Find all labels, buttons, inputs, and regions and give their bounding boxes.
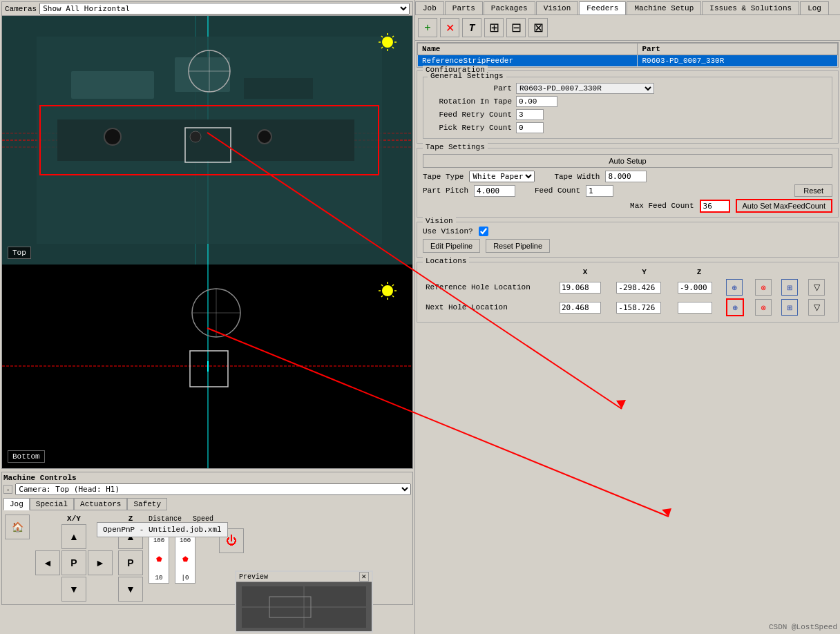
reset-pipeline-btn[interactable]: Reset Pipeline xyxy=(486,239,550,253)
locations-section: Locations X Y Z Reference Hole Location xyxy=(417,262,839,323)
loc-z-0 xyxy=(675,278,723,297)
jog-down-btn[interactable]: ▼ xyxy=(61,577,86,602)
tape-type-select[interactable]: White Paper xyxy=(469,171,535,182)
tab-jog[interactable]: Jog xyxy=(3,498,30,510)
feed-count-label: Feed Count xyxy=(535,186,580,195)
feed-retry-row: Feed Retry Count xyxy=(429,109,826,120)
loc-y-input-1[interactable] xyxy=(616,302,661,314)
loc-target-btn-0[interactable]: ⊕ xyxy=(726,279,743,296)
add-feeder-btn[interactable]: + xyxy=(418,18,437,37)
tab-feeders[interactable]: Feeders xyxy=(579,1,626,15)
tape-settings-section: Tape Settings Auto Setup Tape Type White… xyxy=(417,148,839,218)
camera-dropdown[interactable]: Show All Horizontal xyxy=(39,3,410,15)
pick-retry-input[interactable] xyxy=(516,122,544,133)
loc-target-btn-1[interactable]: ⊕ xyxy=(727,300,743,315)
feeder-part-0: R0603-PD_0007_330R xyxy=(638,55,838,67)
auto-setup-btn[interactable]: Auto Setup xyxy=(423,154,832,168)
auto-set-max-btn[interactable]: Auto Set MaxFeedCount xyxy=(737,200,831,211)
loc-col-z: Z xyxy=(675,267,723,278)
loc-red-btn-1[interactable]: ⊗ xyxy=(755,299,772,316)
loc-x-input-1[interactable] xyxy=(560,302,601,314)
part-row: Part R0603-PD_0007_330R xyxy=(429,83,826,94)
camera-top-label: Top xyxy=(8,247,31,259)
feeder-row-0[interactable]: ReferenceStripFeeder R0603-PD_0007_330R xyxy=(418,55,838,67)
loc-x-input-0[interactable] xyxy=(560,282,601,294)
svg-rect-9 xyxy=(71,71,154,99)
jog-right-btn[interactable]: ► xyxy=(88,550,113,575)
svg-rect-12 xyxy=(57,119,354,161)
remove-feeder-btn[interactable]: ✕ xyxy=(440,18,459,37)
camera-view-top: Top xyxy=(2,16,412,265)
loc-z-input-1[interactable] xyxy=(678,302,712,314)
loc-y-0 xyxy=(613,278,675,297)
max-feed-highlight xyxy=(700,200,730,213)
rotation-input[interactable] xyxy=(516,96,557,107)
tab-issues[interactable]: Issues & Solutions xyxy=(702,1,799,15)
tab-safety[interactable]: Safety xyxy=(127,498,167,510)
edit-feeder-btn[interactable]: T xyxy=(462,18,481,37)
icon1-btn[interactable]: ⊞ xyxy=(484,18,504,37)
xy-label: X/Y xyxy=(67,515,81,523)
loc-col-empty xyxy=(423,267,557,278)
z-position-btn[interactable]: P xyxy=(118,550,143,575)
svg-rect-11 xyxy=(244,78,313,99)
mini-preview-close[interactable]: ✕ xyxy=(359,572,369,582)
loc-btn-red-1: ⊗ xyxy=(752,297,779,318)
loc-filter-btn-0[interactable]: ▽ xyxy=(808,279,825,296)
tab-machine-setup[interactable]: Machine Setup xyxy=(627,1,701,15)
expand-button[interactable]: - xyxy=(3,485,12,494)
mini-preview-title: Preview xyxy=(239,573,268,581)
jog-up-btn[interactable]: ▲ xyxy=(61,524,86,549)
col-name-header: Name xyxy=(418,44,638,55)
loc-z-input-0[interactable] xyxy=(678,282,712,294)
loc-red-btn-0[interactable]: ⊗ xyxy=(755,279,772,296)
locations-table: X Y Z Reference Hole Location xyxy=(423,267,832,318)
tab-parts[interactable]: Parts xyxy=(445,1,483,15)
loc-capture-btn-1[interactable]: ⊞ xyxy=(781,299,798,316)
tab-vision[interactable]: Vision xyxy=(536,1,579,15)
position-center-btn[interactable]: P xyxy=(61,550,86,575)
reset-btn[interactable]: Reset xyxy=(794,184,832,197)
feed-count-input[interactable] xyxy=(586,185,613,197)
feeders-toolbar: + ✕ T ⊞ ⊟ ⊠ xyxy=(415,15,840,41)
part-label: Part xyxy=(429,84,512,93)
loc-row-1: Next Hole Location ⊕ xyxy=(423,297,832,318)
jog-left-btn[interactable]: ◄ xyxy=(35,550,60,575)
head-camera-select[interactable]: Camera: Top (Head: H1) xyxy=(15,483,411,495)
loc-col-y: Y xyxy=(613,267,675,278)
svg-point-15 xyxy=(258,130,271,144)
loc-capture-btn-0[interactable]: ⊞ xyxy=(781,279,798,296)
loc-btn-filter-0: ▽ xyxy=(805,278,832,297)
tab-special[interactable]: Special xyxy=(30,498,74,510)
tab-log[interactable]: Log xyxy=(800,1,829,15)
mini-preview-content xyxy=(236,582,372,631)
jog-z-down-btn[interactable]: ▼ xyxy=(118,577,143,602)
max-feed-count-input[interactable] xyxy=(701,201,729,211)
loc-y-input-0[interactable] xyxy=(616,282,661,294)
speed-ruler: 100 ⬟ |0 xyxy=(175,535,195,584)
edit-pipeline-btn[interactable]: Edit Pipeline xyxy=(423,239,480,253)
tab-actuators[interactable]: Actuators xyxy=(74,498,127,510)
use-vision-row: Use Vision? xyxy=(423,227,832,236)
tab-packages[interactable]: Packages xyxy=(484,1,535,15)
controls-tabs: Jog Special Actuators Safety xyxy=(3,498,411,510)
part-select[interactable]: R0603-PD_0007_330R xyxy=(516,83,654,94)
feed-retry-input[interactable] xyxy=(516,109,544,120)
part-pitch-label: Part Pitch xyxy=(423,186,468,195)
loc-btn-target-0: ⊕ xyxy=(723,278,752,297)
tab-job[interactable]: Job xyxy=(415,1,444,15)
svg-point-21 xyxy=(382,37,393,48)
loc-y-1 xyxy=(613,297,675,318)
max-feed-count-label: Max Feed Count xyxy=(630,202,694,210)
loc-filter-btn-1[interactable]: ▽ xyxy=(808,299,825,316)
machine-controls-title: Machine Controls xyxy=(3,474,411,482)
right-panel: Job Parts Packages Vision Feeders Machin… xyxy=(414,0,840,634)
feeders-table: Name Part ReferenceStripFeeder R0603-PD_… xyxy=(417,43,838,67)
use-vision-checkbox[interactable] xyxy=(479,227,488,236)
icon3-btn[interactable]: ⊠ xyxy=(528,18,548,37)
home-button[interactable]: 🏠 xyxy=(5,515,30,539)
icon2-btn[interactable]: ⊟ xyxy=(506,18,526,37)
tape-width-input[interactable] xyxy=(605,171,647,182)
part-pitch-input[interactable] xyxy=(474,185,515,197)
loc-row-0: Reference Hole Location ⊕ xyxy=(423,278,832,297)
